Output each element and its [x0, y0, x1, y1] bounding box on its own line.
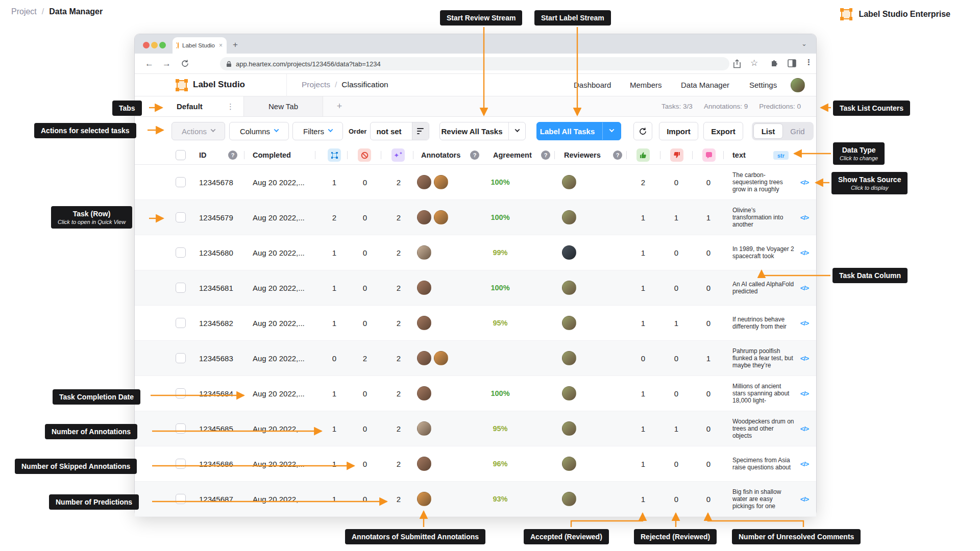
- tab-close-icon[interactable]: ×: [219, 42, 223, 49]
- select-all-checkbox[interactable]: [176, 150, 186, 160]
- traffic-light-zoom[interactable]: [159, 42, 166, 48]
- show-source-icon[interactable]: </>: [796, 482, 813, 516]
- browser-menu-dots-icon[interactable]: ⋮: [805, 58, 813, 67]
- avatar[interactable]: [562, 316, 576, 330]
- label-all-tasks-button[interactable]: Label All Tasks: [536, 122, 621, 140]
- refresh-button[interactable]: [633, 122, 652, 140]
- avatar[interactable]: [562, 386, 576, 400]
- side-panel-icon[interactable]: [788, 59, 796, 67]
- avatar[interactable]: [434, 351, 448, 365]
- avatar[interactable]: [562, 351, 576, 365]
- help-icon[interactable]: ?: [470, 151, 479, 160]
- column-header-annotators[interactable]: Annotators: [421, 145, 460, 164]
- row-checkbox[interactable]: [176, 459, 186, 469]
- nav-members[interactable]: Members: [630, 81, 662, 89]
- help-icon[interactable]: ?: [613, 151, 622, 160]
- nav-dashboard[interactable]: Dashboard: [574, 81, 611, 89]
- avatar[interactable]: [417, 175, 431, 189]
- column-header-agreement[interactable]: Agreement: [493, 145, 532, 164]
- avatar[interactable]: [417, 492, 431, 506]
- table-row[interactable]: 12345687 Aug 20 2022,... 1 0 2 93% 1 0 0…: [135, 482, 816, 517]
- row-checkbox[interactable]: [176, 247, 186, 258]
- avatar[interactable]: [562, 245, 576, 260]
- column-header-id[interactable]: ID: [199, 145, 207, 164]
- grid-view-toggle[interactable]: Grid: [783, 127, 812, 136]
- avatar[interactable]: [417, 351, 431, 365]
- row-checkbox[interactable]: [176, 177, 186, 187]
- show-source-icon[interactable]: </>: [796, 235, 813, 270]
- column-header-text[interactable]: text: [732, 145, 746, 164]
- list-view-toggle[interactable]: List: [753, 123, 783, 139]
- tab-menu-dots-icon[interactable]: ⋮: [227, 102, 234, 111]
- extensions-puzzle-icon[interactable]: [770, 59, 779, 68]
- data-type-badge[interactable]: str: [773, 151, 789, 160]
- traffic-light-minimize[interactable]: [151, 42, 158, 48]
- table-row[interactable]: 12345680 Aug 20 2022,... 1 0 2 99% 1 0 0…: [135, 235, 816, 270]
- avatar[interactable]: [562, 457, 576, 471]
- forward-icon[interactable]: →: [162, 59, 171, 68]
- row-checkbox[interactable]: [176, 318, 186, 328]
- app-logo-text[interactable]: Label Studio: [193, 80, 245, 90]
- url-bar[interactable]: app.heartex.com/projects/123456/data?tab…: [220, 57, 729, 70]
- window-chevron-down-icon[interactable]: ⌄: [801, 40, 807, 47]
- predictions-column-icon[interactable]: ✦✦: [391, 148, 405, 162]
- order-button[interactable]: not set: [370, 122, 429, 140]
- avatar[interactable]: [562, 492, 576, 506]
- user-avatar[interactable]: [791, 78, 805, 92]
- review-dropdown[interactable]: [508, 122, 525, 140]
- table-row[interactable]: 12345682 Aug 20 2022,... 1 0 2 95% 1 1 0…: [135, 306, 816, 341]
- traffic-light-close[interactable]: [143, 42, 150, 48]
- row-checkbox[interactable]: [176, 353, 186, 363]
- avatar[interactable]: [417, 421, 431, 436]
- row-checkbox[interactable]: [176, 212, 186, 222]
- show-source-icon[interactable]: </>: [796, 270, 813, 305]
- add-tab-button[interactable]: +: [323, 96, 356, 116]
- column-header-reviewers[interactable]: Reviewers: [564, 145, 601, 164]
- nav-settings[interactable]: Settings: [749, 81, 777, 89]
- skipped-annotations-column-icon[interactable]: [358, 148, 371, 162]
- table-row[interactable]: 12345678 Aug 20 2022,... 1 0 2 100% 2 0 …: [135, 165, 816, 200]
- comments-column-icon[interactable]: [702, 148, 716, 162]
- row-checkbox[interactable]: [176, 388, 186, 398]
- actions-button[interactable]: Actions: [172, 122, 225, 140]
- row-checkbox[interactable]: [176, 283, 186, 293]
- table-row[interactable]: 12345685 Aug 20 2022,... 1 0 2 95% 1 1 0…: [135, 411, 816, 446]
- avatar[interactable]: [562, 281, 576, 295]
- nav-data-manager[interactable]: Data Manager: [681, 81, 729, 89]
- row-checkbox[interactable]: [176, 494, 186, 504]
- projects-link[interactable]: Projects: [302, 80, 330, 89]
- tab-new-tab[interactable]: New Tab: [244, 96, 323, 116]
- accepted-column-icon[interactable]: [636, 148, 650, 162]
- breadcrumb-parent[interactable]: Project: [11, 7, 37, 16]
- show-source-icon[interactable]: </>: [796, 376, 813, 411]
- table-row[interactable]: 12345686 Aug 20 2022,... 1 0 2 96% 1 0 0…: [135, 446, 816, 482]
- review-all-tasks-button[interactable]: Review All Tasks: [439, 122, 526, 140]
- avatar[interactable]: [417, 316, 431, 330]
- export-button[interactable]: Export: [703, 122, 743, 140]
- avatar[interactable]: [562, 210, 576, 224]
- avatar[interactable]: [417, 281, 431, 295]
- help-icon[interactable]: ?: [541, 151, 550, 160]
- avatar[interactable]: [417, 386, 431, 400]
- tab-default[interactable]: Default ⋮: [135, 96, 244, 116]
- table-row[interactable]: 12345679 Aug 20 2022,... 2 0 2 100% 1 1 …: [135, 200, 816, 235]
- show-source-icon[interactable]: </>: [796, 341, 813, 375]
- label-dropdown[interactable]: [602, 122, 621, 140]
- annotations-count-column-icon[interactable]: [328, 148, 341, 162]
- table-row[interactable]: 12345683 Aug 20 2022,... 0 2 2 0 0 1 Pah…: [135, 341, 816, 376]
- table-row[interactable]: 12345684 Aug 20 2022,... 1 0 2 100% 1 0 …: [135, 376, 816, 411]
- filters-button[interactable]: Filters: [292, 122, 343, 140]
- app-logo-icon[interactable]: [176, 79, 188, 91]
- show-source-icon[interactable]: </>: [796, 411, 813, 446]
- row-checkbox[interactable]: [176, 423, 186, 434]
- back-icon[interactable]: ←: [145, 59, 154, 68]
- bookmark-star-icon[interactable]: ☆: [750, 58, 758, 68]
- new-tab-icon[interactable]: +: [233, 40, 238, 50]
- show-source-icon[interactable]: </>: [796, 165, 813, 199]
- avatar[interactable]: [434, 175, 448, 189]
- show-source-icon[interactable]: </>: [796, 306, 813, 340]
- show-source-icon[interactable]: </>: [796, 446, 813, 481]
- rejected-column-icon[interactable]: [670, 148, 683, 162]
- import-button[interactable]: Import: [659, 122, 698, 140]
- avatar[interactable]: [562, 175, 576, 189]
